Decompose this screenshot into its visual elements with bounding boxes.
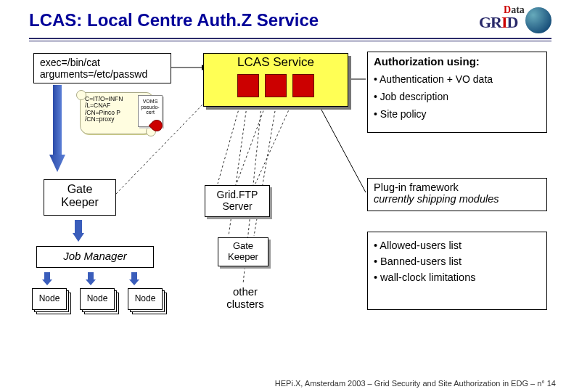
- gatekeeper-line: Gate: [50, 183, 110, 196]
- svg-line-3: [237, 107, 265, 184]
- node-stack: Node: [128, 288, 167, 314]
- modules-list-box: • Allowed-users list • Banned-users list…: [367, 232, 547, 310]
- other-line: other: [216, 285, 274, 298]
- lcas-modules: [210, 74, 342, 97]
- datagrid-logo: Data GRID: [479, 6, 551, 35]
- slide-title: LCAS: Local Centre Auth.Z Service: [29, 10, 479, 30]
- voms-line: cert: [139, 110, 162, 115]
- auth-bullet: • Authentication + VO data: [374, 73, 541, 85]
- svg-marker-15: [73, 233, 84, 242]
- gatekeeper-line: Keeper: [50, 196, 110, 209]
- node-card: Node: [80, 288, 115, 310]
- voms-line: pseudo-: [139, 105, 162, 110]
- svg-rect-16: [44, 272, 50, 279]
- gk2-line: Keeper: [224, 251, 262, 262]
- divider: [29, 38, 551, 39]
- svg-rect-18: [88, 272, 94, 279]
- node-card: Node: [32, 288, 67, 310]
- arguments-line: arguments=/etc/passwd: [40, 68, 165, 80]
- svg-marker-17: [42, 279, 52, 285]
- lcas-module: [237, 74, 259, 97]
- authorization-box: Authorization using: • Authentication + …: [367, 52, 547, 133]
- plugin-framework-box: Plug-in framework currently shipping mod…: [367, 178, 547, 211]
- node-stack: Node: [80, 288, 119, 314]
- module-bullet: • wall-clock limitations: [374, 271, 541, 283]
- node-card: Node: [128, 288, 163, 310]
- other-line: clusters: [216, 298, 274, 310]
- divider-thin: [29, 41, 551, 41]
- node-stack: Node: [32, 288, 71, 314]
- globe-icon: [525, 7, 551, 33]
- auth-bullet: • Job description: [374, 91, 541, 102]
- job-manager-box: Job Manager: [36, 246, 154, 268]
- plugin-line: Plug-in framework: [374, 181, 541, 193]
- module-bullet: • Allowed-users list: [374, 240, 541, 251]
- svg-marker-19: [86, 279, 96, 285]
- gk2-line: Gate: [224, 240, 262, 251]
- arrow-down-icon: [86, 272, 96, 285]
- svg-rect-12: [53, 85, 62, 155]
- auth-heading: Authorization using:: [374, 55, 541, 68]
- exec-line: exec=/bin/cat: [40, 57, 165, 68]
- remote-gatekeeper-box: Gate Keeper: [218, 237, 268, 266]
- auth-bullet: • Site policy: [374, 108, 541, 120]
- lcas-service-box: LCAS Service: [203, 53, 348, 107]
- voms-line: VOMS: [139, 99, 162, 105]
- lcas-module: [265, 74, 287, 97]
- other-clusters-label: other clusters: [216, 285, 274, 310]
- svg-rect-20: [131, 272, 137, 279]
- svg-marker-13: [49, 155, 65, 172]
- arrow-down-icon: [73, 220, 84, 242]
- lcas-label: LCAS Service: [210, 55, 342, 70]
- gridftp-line: Grid.FTP: [211, 189, 263, 200]
- gatekeeper-box: Gate Keeper: [44, 179, 116, 216]
- arrow-down-icon: [129, 272, 139, 285]
- svg-line-2: [218, 107, 239, 184]
- arrow-down-icon: [49, 85, 65, 172]
- svg-line-4: [255, 107, 290, 184]
- lcas-module: [292, 74, 314, 97]
- plugin-line-italic: currently shipping modules: [374, 193, 541, 205]
- svg-marker-21: [129, 279, 139, 285]
- logo-bottom: GRID: [479, 13, 517, 32]
- svg-rect-14: [75, 220, 82, 233]
- slide-footer: HEPi.X, Amsterdam 2003 – Grid Security a…: [275, 379, 556, 388]
- node-row: Node Node Node: [32, 288, 167, 314]
- job-description-box: exec=/bin/cat arguments=/etc/passwd: [33, 53, 171, 83]
- svg-line-11: [312, 92, 366, 192]
- gridftp-box: Grid.FTP Server: [205, 185, 270, 217]
- diagram-stage: exec=/bin/cat arguments=/etc/passwd C=IT…: [0, 49, 566, 368]
- arrow-down-icon: [42, 272, 52, 285]
- gridftp-line: Server: [211, 200, 263, 212]
- module-bullet: • Banned-users list: [374, 256, 541, 267]
